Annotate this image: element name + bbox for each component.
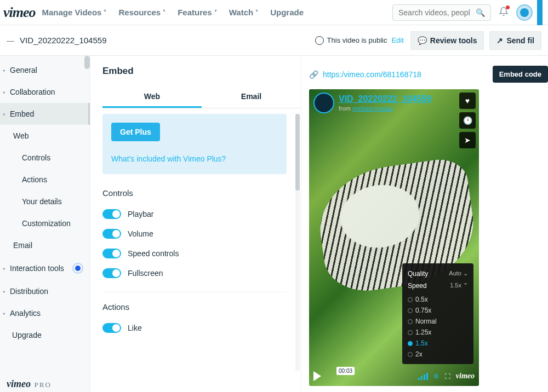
toggle-volume[interactable]: Volume <box>102 224 287 244</box>
edit-privacy-link[interactable]: Edit <box>391 36 403 44</box>
vimeo-logo[interactable]: vimeo <box>3 4 36 21</box>
speed-option[interactable]: Normal <box>408 316 468 327</box>
sidebar-item-controls[interactable]: Controls <box>0 147 90 169</box>
whats-included-link[interactable]: What's included with Vimeo Plus? <box>111 154 278 163</box>
player-header: VID_20220222_104559 from michael musau <box>313 93 475 113</box>
review-tools-button[interactable]: 💬 Review tools <box>410 31 484 50</box>
vimeo-pro-logo: vimeo PRO <box>7 378 52 390</box>
chevron-down-icon: ˅ <box>214 9 217 15</box>
search-icon: 🔍 <box>476 8 485 17</box>
embed-tabs: Web Email <box>102 87 301 108</box>
nav-watch[interactable]: Watch˅ <box>229 8 258 17</box>
author-link[interactable]: michael musau <box>352 105 393 112</box>
vimeo-player-logo[interactable]: vimeo <box>456 372 475 381</box>
toggle-fullscreen[interactable]: Fullscreen <box>102 263 287 283</box>
toggle-switch[interactable] <box>102 268 121 278</box>
nav-features[interactable]: Features˅ <box>178 8 217 17</box>
toggle-label: Speed controls <box>128 249 179 258</box>
nav-resources[interactable]: Resources˅ <box>118 8 165 17</box>
speed-option[interactable]: 1.25x <box>408 327 468 338</box>
speed-option[interactable]: 0.75x <box>408 305 468 316</box>
video-title: VID_20220222_104559 <box>20 36 106 45</box>
speed-option[interactable]: 2x <box>408 349 468 360</box>
toggle-switch[interactable] <box>102 229 121 239</box>
user-avatar[interactable] <box>516 4 533 21</box>
sidebar-scrollbar[interactable] <box>84 56 90 69</box>
sidebar-item-your-details[interactable]: Your details <box>0 191 90 212</box>
send-file-button[interactable]: ↗ Send fil <box>489 31 541 50</box>
tab-email[interactable]: Email <box>202 87 301 108</box>
sidebar-item-actions[interactable]: Actions <box>0 169 90 191</box>
settings-popup: QualityAuto ⌄ Speed1.5x ⌃ 0.5x 0.75x Nor… <box>402 263 473 364</box>
sidebar-item-customization[interactable]: Customization <box>0 212 90 234</box>
video-player-preview[interactable]: VID_20220222_104559 from michael musau ♥… <box>309 89 479 386</box>
back-dash[interactable]: — <box>7 36 14 45</box>
sidebar-item-analytics[interactable]: Analytics <box>0 302 90 324</box>
privacy-indicator: This video is public <box>315 36 387 45</box>
fullscreen-icon[interactable]: ⛶ <box>444 373 450 379</box>
gear-icon[interactable]: ⚙ <box>433 373 439 380</box>
main-content: General Collaboration Embed Web Controls… <box>0 56 548 392</box>
toggle-label: Playbar <box>128 210 153 218</box>
player-action-icons: ♥ 🕐 ➤ <box>459 93 476 148</box>
sidebar-item-distribution[interactable]: Distribution <box>0 280 90 302</box>
like-icon[interactable]: ♥ <box>459 93 476 109</box>
sidebar-item-interaction-tools[interactable]: Interaction tools <box>0 256 90 280</box>
toggle-speed-controls[interactable]: Speed controls <box>102 244 287 263</box>
embed-code-button[interactable]: Embed code <box>493 66 548 83</box>
edge-accent <box>537 0 543 25</box>
toggle-playbar[interactable]: Playbar <box>102 204 287 224</box>
player-byline: from michael musau <box>339 105 431 112</box>
video-url-link[interactable]: https:/vimeo.com/681168718 <box>323 70 421 79</box>
nav-links: Manage Videos˅ Resources˅ Features˅ Watc… <box>42 8 304 17</box>
speed-option-selected[interactable]: 1.5x <box>408 338 468 349</box>
plus-upsell-box: Get Plus What's included with Vimeo Plus… <box>102 114 287 174</box>
toggle-like[interactable]: Like <box>102 318 287 338</box>
sidebar-item-general[interactable]: General <box>0 59 90 81</box>
player-title[interactable]: VID_20220222_104559 <box>339 94 431 104</box>
volume-icon[interactable] <box>418 373 428 380</box>
sidebar-item-web[interactable]: Web <box>0 125 90 147</box>
play-icon[interactable] <box>313 371 321 381</box>
settings-sidebar: General Collaboration Embed Web Controls… <box>0 56 90 392</box>
get-plus-button[interactable]: Get Plus <box>111 123 160 141</box>
tab-web[interactable]: Web <box>102 87 202 108</box>
quality-row[interactable]: QualityAuto ⌄ <box>408 268 468 280</box>
sidebar-item-upgrade[interactable]: Upgrade <box>0 324 90 346</box>
toggle-label: Volume <box>128 229 153 238</box>
toggle-switch[interactable] <box>102 323 121 333</box>
toggle-switch[interactable] <box>102 249 121 258</box>
search-input[interactable] <box>398 8 476 17</box>
share-icon[interactable]: ➤ <box>459 132 476 148</box>
player-controls: ⚙ ⛶ vimeo <box>309 366 479 386</box>
send-icon: ↗ <box>496 36 503 45</box>
controls-heading: Controls <box>102 188 287 198</box>
actions-heading: Actions <box>102 302 287 312</box>
speed-row[interactable]: Speed1.5x ⌃ <box>408 280 468 292</box>
toggle-label: Fullscreen <box>128 269 163 278</box>
toggle-switch[interactable] <box>102 209 121 219</box>
link-icon: 🔗 <box>309 70 318 79</box>
search-box[interactable]: 🔍 <box>392 4 491 21</box>
interaction-indicator <box>72 263 83 274</box>
sidebar-item-collaboration[interactable]: Collaboration <box>0 81 90 103</box>
sidebar-item-embed[interactable]: Embed <box>0 103 90 125</box>
notifications-icon[interactable] <box>499 7 509 18</box>
chevron-down-icon: ˅ <box>255 9 258 15</box>
sidebar-item-email[interactable]: Email <box>0 234 90 256</box>
preview-panel: 🔗 https:/vimeo.com/681168718 Embed code … <box>301 56 548 392</box>
globe-icon <box>315 36 324 45</box>
speed-option[interactable]: 0.5x <box>408 294 468 305</box>
nav-upgrade[interactable]: Upgrade <box>270 8 304 17</box>
embed-settings-panel: Embed Web Email Get Plus What's included… <box>90 56 301 392</box>
panel-heading: Embed <box>102 66 301 77</box>
watch-later-icon[interactable]: 🕐 <box>459 112 476 129</box>
author-avatar[interactable] <box>313 93 334 113</box>
nav-manage-videos[interactable]: Manage Videos˅ <box>42 8 107 17</box>
settings-scroll-area: Get Plus What's included with Vimeo Plus… <box>102 114 301 371</box>
url-row: 🔗 https:/vimeo.com/681168718 Embed code <box>309 66 548 83</box>
scroll-thumb[interactable] <box>295 114 300 191</box>
chat-icon: 💬 <box>418 36 427 45</box>
video-header-bar: — VID_20220222_104559 This video is publ… <box>0 25 548 56</box>
top-nav: vimeo Manage Videos˅ Resources˅ Features… <box>0 0 548 25</box>
